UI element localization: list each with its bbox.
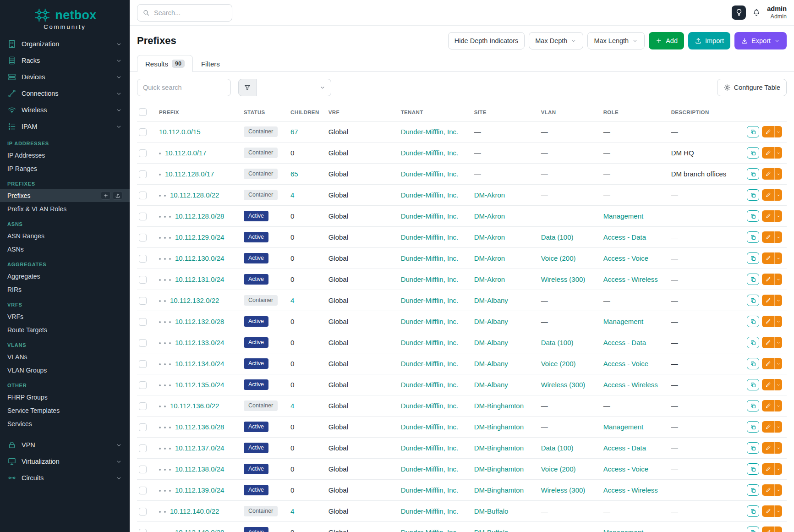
tenant-link[interactable]: Dunder-Mifflin, Inc.	[401, 275, 459, 283]
sidebar-item-aggregates[interactable]: Aggregates	[0, 269, 130, 283]
clone-button[interactable]	[747, 274, 759, 285]
site-link[interactable]: DM-Akron	[474, 275, 505, 283]
edit-dropdown-button[interactable]	[774, 295, 782, 306]
tenant-link[interactable]: Dunder-Mifflin, Inc.	[401, 465, 459, 473]
edit-dropdown-button[interactable]	[774, 337, 782, 348]
hide-depth-indicators-button[interactable]: Hide Depth Indicators	[448, 32, 525, 49]
edit-dropdown-button[interactable]	[774, 421, 782, 433]
clone-button[interactable]	[747, 231, 759, 243]
edit-dropdown-button[interactable]	[774, 442, 782, 454]
edit-dropdown-button[interactable]	[774, 126, 782, 137]
edit-button[interactable]	[762, 337, 774, 348]
clone-button[interactable]	[747, 442, 759, 454]
edit-button[interactable]	[762, 505, 774, 517]
clone-button[interactable]	[747, 527, 759, 532]
row-checkbox[interactable]	[139, 234, 147, 241]
row-checkbox[interactable]	[139, 466, 147, 473]
edit-dropdown-button[interactable]	[774, 147, 782, 159]
edit-button[interactable]	[762, 231, 774, 243]
sidebar-item-vrfs[interactable]: VRFs	[0, 310, 130, 323]
edit-dropdown-button[interactable]	[774, 484, 782, 496]
row-checkbox[interactable]	[139, 444, 147, 452]
role-link[interactable]: Management	[603, 528, 644, 532]
vlan-link[interactable]: Data (100)	[541, 339, 574, 346]
children-link[interactable]: 4	[290, 402, 294, 410]
column-header-status[interactable]: STATUS	[239, 103, 286, 121]
sidebar-item-asn-ranges[interactable]: ASN Ranges	[0, 229, 130, 242]
column-header-site[interactable]: SITE	[470, 103, 537, 121]
row-checkbox[interactable]	[139, 149, 147, 157]
vlan-link[interactable]: Wireless (300)	[541, 275, 586, 283]
vlan-link[interactable]: Voice (200)	[541, 254, 576, 262]
clone-button[interactable]	[747, 210, 759, 222]
row-checkbox[interactable]	[139, 255, 147, 263]
sidebar-item-prefixes[interactable]: Prefixes	[0, 189, 130, 202]
sidebar-item-vlan-groups[interactable]: VLAN Groups	[0, 363, 130, 377]
tenant-link[interactable]: Dunder-Mifflin, Inc.	[401, 149, 459, 157]
children-link[interactable]: 4	[290, 191, 294, 199]
role-link[interactable]: Access - Wireless	[603, 381, 658, 389]
edit-button[interactable]	[762, 126, 774, 137]
edit-dropdown-button[interactable]	[774, 463, 782, 475]
notifications-button[interactable]	[752, 8, 761, 17]
sidebar-item-route-targets[interactable]: Route Targets	[0, 323, 130, 336]
sidebar-item-ip-addresses[interactable]: IP Addresses	[0, 148, 130, 162]
sidebar-item-service-templates[interactable]: Service Templates	[0, 404, 130, 417]
site-link[interactable]: DM-Akron	[474, 254, 505, 262]
theme-toggle-button[interactable]	[732, 5, 746, 20]
row-checkbox[interactable]	[139, 381, 147, 389]
prefix-link[interactable]: 10.112.0.0/17	[165, 149, 207, 157]
sidebar-item-rirs[interactable]: RIRs	[0, 283, 130, 296]
clone-button[interactable]	[747, 316, 759, 327]
role-link[interactable]: Access - Voice	[603, 254, 648, 262]
edit-dropdown-button[interactable]	[774, 400, 782, 411]
site-link[interactable]: DM-Albany	[474, 381, 508, 389]
prefix-link[interactable]: 10.112.136.0/22	[170, 402, 219, 410]
children-link[interactable]: 4	[290, 507, 294, 515]
prefix-link[interactable]: 10.112.133.0/24	[175, 339, 224, 346]
sidebar-item-vlans[interactable]: VLANs	[0, 350, 130, 363]
site-link[interactable]: DM-Buffalo	[474, 528, 509, 532]
edit-dropdown-button[interactable]	[774, 527, 782, 532]
site-link[interactable]: DM-Binghamton	[474, 486, 524, 494]
row-checkbox[interactable]	[139, 487, 147, 494]
children-link[interactable]: 4	[290, 296, 294, 304]
column-header-children[interactable]: CHILDREN	[286, 103, 324, 121]
prefix-link[interactable]: 10.112.128.0/17	[165, 170, 214, 178]
site-link[interactable]: DM-Binghamton	[474, 444, 524, 452]
edit-button[interactable]	[762, 295, 774, 306]
clone-button[interactable]	[747, 126, 759, 137]
clone-button[interactable]	[747, 337, 759, 348]
vlan-link[interactable]: Voice (200)	[541, 360, 576, 367]
children-link[interactable]: 67	[290, 128, 298, 136]
site-link[interactable]: DM-Albany	[474, 296, 508, 304]
column-header-prefix[interactable]: PREFIX	[154, 103, 239, 121]
brand-logo[interactable]: netbox Community	[0, 0, 130, 36]
tenant-link[interactable]: Dunder-Mifflin, Inc.	[401, 423, 459, 431]
site-link[interactable]: DM-Binghamton	[474, 423, 524, 431]
site-link[interactable]: DM-Akron	[474, 191, 505, 199]
edit-button[interactable]	[762, 400, 774, 411]
quick-add-button[interactable]	[101, 191, 110, 200]
edit-dropdown-button[interactable]	[774, 168, 782, 180]
role-link[interactable]: Access - Data	[603, 339, 646, 346]
row-checkbox[interactable]	[139, 213, 147, 220]
sidebar-item-services[interactable]: Services	[0, 417, 130, 430]
role-link[interactable]: Access - Wireless	[603, 275, 658, 283]
edit-dropdown-button[interactable]	[774, 231, 782, 243]
column-header-role[interactable]: ROLE	[599, 103, 667, 121]
clone-button[interactable]	[747, 463, 759, 475]
prefix-link[interactable]: 10.112.128.0/22	[170, 191, 219, 199]
clone-button[interactable]	[747, 147, 759, 159]
column-header-tenant[interactable]: TENANT	[396, 103, 470, 121]
edit-button[interactable]	[762, 274, 774, 285]
column-header-description[interactable]: DESCRIPTION	[667, 103, 735, 121]
site-link[interactable]: DM-Akron	[474, 212, 505, 220]
site-link[interactable]: DM-Albany	[474, 360, 508, 367]
row-checkbox[interactable]	[139, 276, 147, 284]
edit-dropdown-button[interactable]	[774, 505, 782, 517]
row-checkbox[interactable]	[139, 529, 147, 532]
row-checkbox[interactable]	[139, 128, 147, 136]
tenant-link[interactable]: Dunder-Mifflin, Inc.	[401, 191, 459, 199]
row-checkbox[interactable]	[139, 192, 147, 199]
